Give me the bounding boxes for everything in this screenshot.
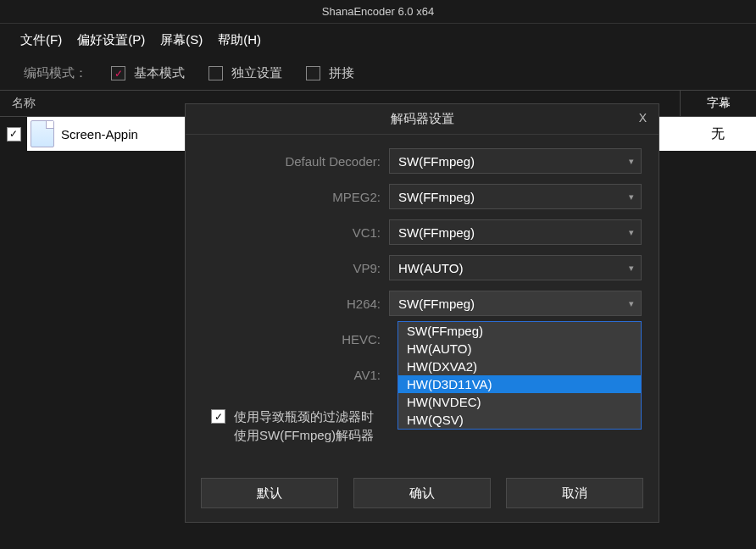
dialog-title-text: 解码器设置 <box>391 111 454 127</box>
label-default-decoder: Default Decoder: <box>203 154 389 169</box>
ok-button[interactable]: 确认 <box>353 478 491 508</box>
select-vp9[interactable]: HW(AUTO) <box>389 255 642 280</box>
checkbox-empty-icon <box>306 66 320 80</box>
select-default-decoder[interactable]: SW(FFmpeg) <box>389 148 642 174</box>
select-vc1[interactable]: SW(FFmpeg) <box>389 219 642 245</box>
menu-file[interactable]: 文件(F) <box>15 30 67 50</box>
menu-screen[interactable]: 屏幕(S) <box>155 30 208 50</box>
checkbox-empty-icon <box>208 66 223 80</box>
mode-basic-label: 基本模式 <box>134 65 185 81</box>
file-icon <box>31 120 54 147</box>
default-button[interactable]: 默认 <box>201 478 338 508</box>
mode-independent[interactable]: 独立设置 <box>208 65 282 81</box>
window-titlebar: ShanaEncoder 6.0 x64 <box>0 0 756 24</box>
select-mpeg2[interactable]: SW(FFmpeg) <box>389 184 642 209</box>
subtitle-cell[interactable]: 无 <box>680 125 756 143</box>
dropdown-option-selected[interactable]: HW(D3D11VA) <box>398 375 641 393</box>
mode-concat-label: 拼接 <box>329 65 354 81</box>
encode-mode-label: 编码模式： <box>24 65 87 81</box>
label-vc1: VC1: <box>203 225 389 240</box>
label-av1: AV1: <box>203 368 389 382</box>
menu-preferences[interactable]: 偏好设置(P) <box>72 30 150 50</box>
use-sw-decoder-option[interactable]: ✓ 使用导致瓶颈的过滤器时 使用SW(FFmpeg)解码器 <box>211 408 374 445</box>
dropdown-option[interactable]: HW(DXVA2) <box>398 358 641 375</box>
footer-line1: 使用导致瓶颈的过滤器时 <box>234 408 374 426</box>
dropdown-option[interactable]: HW(AUTO) <box>398 340 641 358</box>
check-icon: ✓ <box>111 66 125 80</box>
dialog-title: 解码器设置 X <box>186 104 659 135</box>
encode-mode-bar: 编码模式： ✓ 基本模式 独立设置 拼接 <box>0 57 756 90</box>
label-mpeg2: MPEG2: <box>203 190 389 204</box>
footer-line2: 使用SW(FFmpeg)解码器 <box>234 426 374 445</box>
file-name: Screen-Appin <box>61 127 138 141</box>
label-h264: H264: <box>203 297 389 311</box>
decoder-settings-dialog: 解码器设置 X Default Decoder:SW(FFmpeg) MPEG2… <box>185 103 659 523</box>
check-icon: ✓ <box>211 409 225 424</box>
label-hevc: HEVC: <box>203 332 389 347</box>
menu-help[interactable]: 帮助(H) <box>213 30 266 50</box>
header-subtitle[interactable]: 字幕 <box>680 91 756 116</box>
row-checkbox-cell[interactable]: ✓ <box>0 117 27 151</box>
cancel-button[interactable]: 取消 <box>506 478 643 508</box>
mode-basic[interactable]: ✓ 基本模式 <box>111 65 185 81</box>
mode-concat[interactable]: 拼接 <box>306 65 354 81</box>
h264-dropdown[interactable]: SW(FFmpeg) HW(AUTO) HW(DXVA2) HW(D3D11VA… <box>397 321 642 430</box>
select-h264[interactable]: SW(FFmpeg) <box>389 291 642 316</box>
menubar: 文件(F) 偏好设置(P) 屏幕(S) 帮助(H) <box>0 24 756 57</box>
label-vp9: VP9: <box>203 261 389 275</box>
close-icon[interactable]: X <box>639 111 647 125</box>
dialog-buttons: 默认 确认 取消 <box>186 478 659 508</box>
dropdown-option[interactable]: HW(QSV) <box>398 411 641 429</box>
dropdown-option[interactable]: SW(FFmpeg) <box>398 322 641 340</box>
dropdown-option[interactable]: HW(NVDEC) <box>398 393 641 411</box>
check-icon: ✓ <box>7 127 21 141</box>
mode-independent-label: 独立设置 <box>231 65 282 81</box>
